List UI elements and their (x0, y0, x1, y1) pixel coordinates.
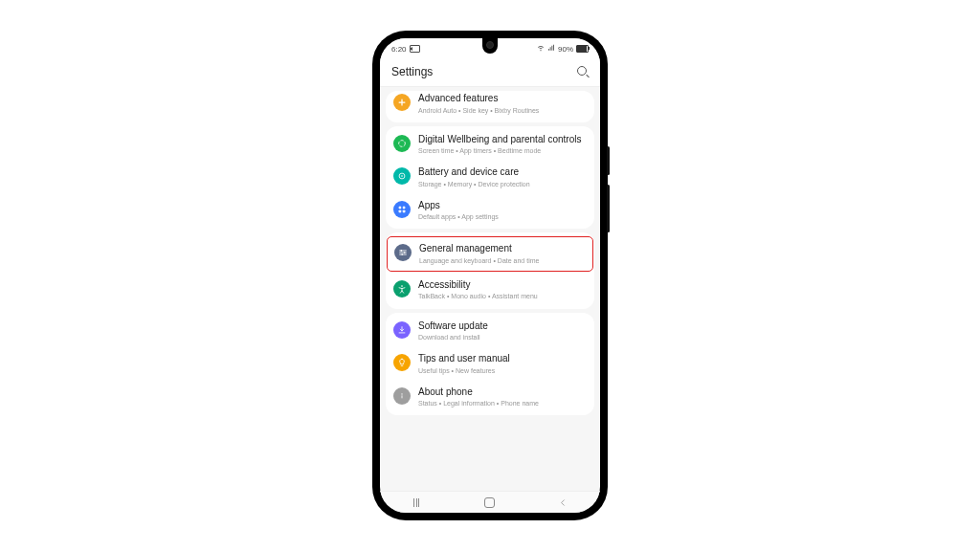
accessibility-icon (393, 280, 411, 298)
item-title: General management (419, 243, 586, 255)
battery-icon (576, 45, 589, 53)
sliders-icon (394, 244, 412, 261)
camera-indicator-icon (410, 45, 420, 53)
item-title: Accessibility (418, 279, 587, 292)
settings-item-software[interactable]: Software updateDownload and install (386, 315, 594, 348)
item-subtitle: Useful tips • New features (418, 366, 587, 375)
item-title: About phone (418, 386, 587, 399)
item-subtitle: Language and keyboard • Date and time (419, 256, 586, 265)
app-header: Settings (380, 57, 600, 87)
item-subtitle: Screen time • App timers • Bedtime mode (418, 146, 587, 155)
signal-icon (547, 44, 555, 54)
item-subtitle: Status • Legal information • Phone name (418, 399, 587, 408)
power-button (607, 185, 610, 232)
settings-item-tips[interactable]: Tips and user manualUseful tips • New fe… (386, 347, 594, 381)
nav-home[interactable] (473, 496, 507, 509)
phone-screen: 6:20 90% Settings Advance (380, 38, 600, 513)
item-title: Digital Wellbeing and parental controls (418, 134, 587, 146)
settings-item-accessibility[interactable]: AccessibilityTalkBack • Mono audio • Ass… (386, 274, 594, 307)
status-right: 90% (537, 44, 589, 54)
search-icon[interactable] (577, 66, 589, 77)
settings-group: Software updateDownload and installTips … (386, 313, 594, 416)
settings-item-apps[interactable]: AppsDefault apps • App settings (386, 194, 594, 228)
svg-point-9 (401, 254, 403, 256)
svg-point-7 (401, 250, 403, 252)
item-title: Advanced features (418, 93, 587, 105)
item-subtitle: TalkBack • Mono audio • Assistant menu (418, 292, 587, 300)
svg-rect-4 (403, 206, 406, 209)
wellbeing-icon (393, 135, 411, 152)
item-subtitle: Storage • Memory • Device protection (418, 180, 587, 188)
item-subtitle: Download and install (418, 333, 587, 342)
battery-percent: 90% (558, 45, 573, 54)
settings-item-about[interactable]: About phoneStatus • Legal information • … (386, 381, 594, 414)
nav-back[interactable] (546, 496, 581, 509)
highlighted-item: General managementLanguage and keyboard … (387, 236, 593, 272)
svg-point-11 (401, 393, 402, 394)
page-title: Settings (391, 65, 433, 78)
stage: 6:20 90% Settings Advance (0, 0, 980, 551)
status-time: 6:20 (391, 45, 407, 54)
lightbulb-icon (393, 354, 411, 371)
svg-rect-6 (403, 210, 406, 213)
settings-item-battery[interactable]: Battery and device careStorage • Memory … (386, 161, 594, 194)
navigation-bar (380, 491, 600, 513)
svg-point-2 (401, 175, 403, 177)
item-title: Software update (418, 320, 587, 333)
info-icon (393, 387, 411, 405)
device-care-icon (393, 167, 411, 185)
svg-rect-5 (399, 210, 402, 213)
notch (482, 38, 498, 54)
svg-rect-12 (402, 395, 403, 398)
apps-grid-icon (393, 201, 411, 218)
item-subtitle: Android Auto • Side key • Bixby Routines (418, 106, 587, 115)
volume-button (607, 146, 610, 175)
wifi-icon (537, 44, 545, 54)
settings-group: Digital Wellbeing and parental controlsS… (386, 126, 594, 230)
plus-badge-icon (393, 94, 411, 111)
svg-point-10 (401, 285, 403, 287)
item-title: Tips and user manual (418, 353, 587, 365)
svg-point-0 (399, 140, 406, 146)
item-subtitle: Default apps • App settings (418, 212, 587, 221)
settings-item-general[interactable]: General managementLanguage and keyboard … (388, 237, 592, 271)
settings-list[interactable]: Advanced featuresAndroid Auto • Side key… (380, 87, 600, 491)
item-title: Battery and device care (418, 166, 587, 179)
status-left: 6:20 (391, 45, 420, 54)
settings-item-advanced[interactable]: Advanced featuresAndroid Auto • Side key… (386, 93, 594, 121)
item-title: Apps (418, 200, 587, 212)
nav-recents[interactable] (399, 496, 434, 509)
svg-rect-3 (399, 206, 402, 209)
svg-point-8 (404, 253, 406, 254)
settings-group: General managementLanguage and keyboard … (386, 232, 594, 308)
phone-frame: 6:20 90% Settings Advance (373, 32, 607, 519)
settings-item-wellbeing[interactable]: Digital Wellbeing and parental controlsS… (386, 128, 594, 162)
settings-group: Advanced featuresAndroid Auto • Side key… (386, 91, 594, 122)
download-icon (393, 321, 411, 339)
